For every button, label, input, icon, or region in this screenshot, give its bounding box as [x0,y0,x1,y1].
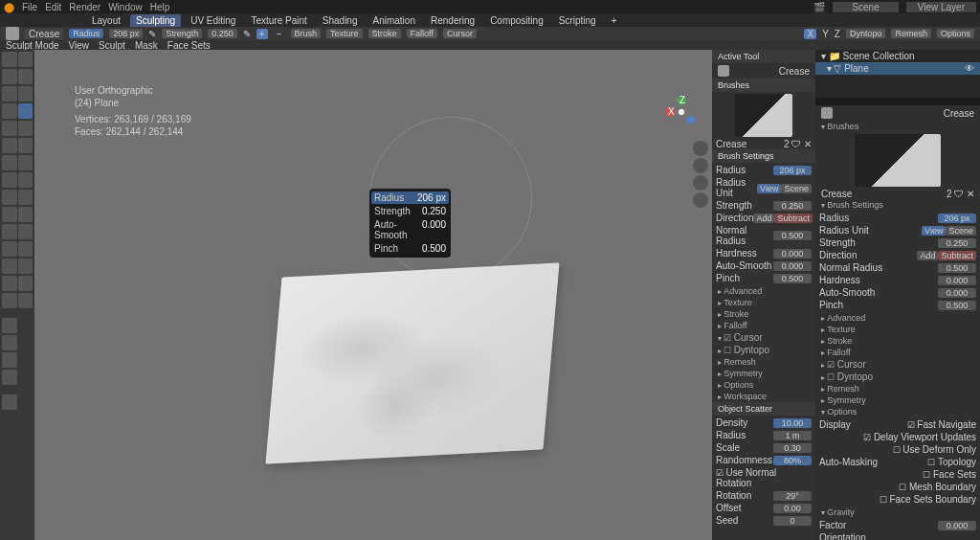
pfld-add[interactable]: Add [917,251,938,260]
tool-boxfs[interactable] [18,293,33,308]
tab-animation[interactable]: Animation [368,14,421,27]
tool-pinch[interactable] [2,155,17,170]
strength-value[interactable]: 0.250 [208,29,237,38]
fld-hardness[interactable]: 0.000 [773,249,812,259]
menu-render[interactable]: Render [69,2,100,12]
fld-offset[interactable]: 0.00 [773,504,812,513]
pan-icon[interactable] [693,158,708,173]
tool-simplify[interactable] [18,241,33,257]
perspective-icon[interactable] [693,192,708,208]
blender-icon[interactable]: ⬤ [4,2,14,12]
chk-mb[interactable]: ☐ [899,483,909,492]
props-dyntopo[interactable]: ☐ Dyntopo [815,371,980,383]
tool-nudge[interactable] [2,207,17,222]
fld-add[interactable]: Add [753,214,774,223]
panel-texture[interactable]: Texture [712,297,815,308]
tool-multires[interactable] [2,276,17,291]
tab-add[interactable]: + [606,14,623,27]
pfld-strength[interactable]: 0.250 [938,238,976,248]
fld-radius[interactable]: 206 px [773,166,812,175]
tool-scale[interactable] [2,352,17,368]
tool-mask[interactable] [2,259,17,274]
panel-falloff[interactable]: Falloff [712,320,815,331]
sculpt-object[interactable] [265,262,559,463]
tool-rotate[interactable] [18,207,33,222]
chk-deform[interactable]: ☐ [893,445,903,455]
menu-window[interactable]: Window [108,2,143,12]
symmetry-y[interactable]: Y [822,29,829,39]
tool-grab[interactable] [18,155,33,170]
panel-stroke[interactable]: Stroke [712,308,815,320]
props-brush-preview[interactable] [855,134,941,187]
hdr-brush[interactable]: Brush [291,29,322,38]
props-options[interactable]: Options [815,406,980,417]
panel-workspace[interactable]: Workspace [712,391,815,402]
pfld-scene[interactable]: Scene [946,226,976,236]
panel-advanced[interactable]: Advanced [712,285,815,297]
tool-snakehook[interactable] [18,172,33,188]
tool-clay[interactable] [2,69,17,84]
brush-name[interactable]: Crease [25,29,63,39]
symmetry-z[interactable]: Z [835,29,840,39]
tab-sculpting[interactable]: Sculpting [130,14,181,27]
fld-pinch[interactable]: 0.500 [773,274,812,283]
brush-preview[interactable] [735,94,792,137]
tab-layout[interactable]: Layout [86,14,126,27]
props-advanced[interactable]: Advanced [815,312,980,324]
props-cursor[interactable]: ☑ Cursor [815,358,980,371]
tool-drawfs[interactable] [18,259,33,274]
tool-rotate2[interactable] [2,335,17,350]
hdr-sculpt[interactable]: Sculpt [99,40,125,51]
symmetry-x[interactable]: X [804,29,816,39]
hdr-mask[interactable]: Mask [135,40,158,51]
tool-flatten[interactable] [18,121,33,136]
panel-brushes-hdr[interactable]: Brushes [712,79,815,92]
panel-dyntopo[interactable]: ☐ Dyntopo [712,344,815,356]
fld-scale[interactable]: 0.30 [773,443,812,453]
hdr-view[interactable]: View [69,40,90,51]
popup-radius[interactable]: Radius206 px [371,191,449,204]
props-texture[interactable]: Texture [815,324,980,335]
fld-auto[interactable]: 0.000 [773,261,812,271]
tool-boxhide[interactable] [2,293,17,308]
chk-topo[interactable]: ☐ [927,458,938,467]
hdr-falloff[interactable]: Falloff [407,29,437,38]
tool-elastic[interactable] [2,172,17,188]
zoom-icon[interactable] [693,141,708,156]
hdr-dyntopo[interactable]: Dyntopo [846,29,886,38]
fld-sub[interactable]: Subtract [774,214,813,223]
tool-draw[interactable] [2,52,17,67]
tab-scripting[interactable]: Scripting [553,14,602,27]
tool-slide[interactable] [2,224,17,239]
tool-layer[interactable] [2,86,17,101]
fld-random[interactable]: 80% [773,456,812,465]
hdr-facesets[interactable]: Face Sets [167,40,211,51]
tool-blob[interactable] [2,103,17,119]
tool-transform[interactable] [2,370,17,385]
pressure-strength-icon[interactable]: ✎ [243,29,251,39]
camera-icon[interactable] [693,175,708,191]
brush-icon[interactable] [6,27,19,40]
fld-density[interactable]: 10.00 [773,418,812,428]
fld-sradius[interactable]: 1 m [773,431,812,440]
tool-boundary[interactable] [18,224,33,239]
chk-delayvp[interactable]: ☑ [863,433,874,442]
pfld-radius[interactable]: 206 px [938,214,976,223]
menu-file[interactable]: File [22,2,37,12]
pfld-view[interactable]: View [922,226,946,236]
tool-thumb[interactable] [2,190,17,205]
fld-strength[interactable]: 0.250 [773,201,812,211]
props-symmetry[interactable]: Symmetry [815,394,980,406]
props-falloff[interactable]: Falloff [815,347,980,358]
fld-normal[interactable]: 0.500 [773,231,812,240]
tab-compositing[interactable]: Compositing [484,14,549,27]
tool-cloth[interactable] [2,241,17,257]
panel-scatter-hdr[interactable]: Object Scatter [712,402,815,416]
hdr-stroke[interactable]: Stroke [368,29,401,38]
tool-claystrips[interactable] [18,69,33,84]
props-brushsettings[interactable]: Brush Settings [815,199,980,211]
pfld-normal[interactable]: 0.500 [938,263,976,273]
tool-pose[interactable] [18,190,33,205]
chk-fs[interactable]: ☐ [923,470,933,480]
scene-field[interactable]: Scene [833,2,898,12]
